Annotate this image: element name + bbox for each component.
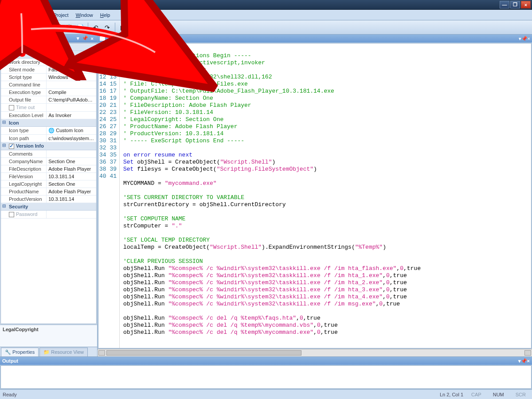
menu-edit[interactable]: Edit — [17, 11, 32, 19]
close-button[interactable]: × — [521, 1, 531, 8]
saveall-button[interactable]: 🗂 — [36, 22, 47, 33]
build-button[interactable]: ⚙ — [129, 22, 140, 33]
prop-row[interactable]: Script typeWindows — [1, 74, 96, 81]
menu-file[interactable]: File — [2, 11, 17, 19]
undo-button[interactable]: ↶ — [90, 22, 101, 33]
minimize-button[interactable]: — — [500, 1, 509, 8]
prop-row[interactable]: Silent modeFalse — [1, 66, 96, 74]
menu-view[interactable]: View — [32, 11, 50, 19]
prop-row[interactable]: FileDescriptionAdobe Flash Player — [1, 165, 96, 173]
editor-autohide-icon[interactable]: 📌 — [521, 36, 528, 42]
prop-row[interactable]: Output fileC:\temp\Pull\Adobe_Fl... — [1, 96, 96, 104]
status-scr: SCR — [512, 392, 529, 397]
prop-row[interactable]: Icon type🌐 Custom Icon — [1, 127, 96, 135]
tab-properties[interactable]: 🔧 Properties — [1, 348, 39, 356]
run-button[interactable]: ▶ — [117, 22, 128, 33]
prop-category[interactable]: Security — [1, 203, 96, 211]
open-button[interactable]: 📂 — [13, 22, 24, 33]
menu-help[interactable]: Help — [97, 11, 114, 19]
scroll-right-icon[interactable] — [524, 350, 531, 356]
status-position: Ln 2, Col 1 — [440, 392, 463, 397]
prop-row[interactable]: ProductVersion10.3.181.14 — [1, 196, 96, 203]
status-ready: Ready — [3, 392, 17, 397]
panel-pin-icon[interactable]: ▾ — [75, 35, 81, 41]
code-editor[interactable]: 1 2 3 4 5 6 7 8 9 10 11 12 13 14 15 16 1… — [98, 43, 532, 348]
toolbar: 📄 📂 💾 🗂 ✂️ 📋 📄 ↶ ↷ ▶ ⚙ 🖨 ⋮ — [0, 20, 532, 35]
status-cap: CAP — [468, 392, 485, 397]
more-button[interactable]: ⋮ — [156, 22, 167, 33]
editor-tab-icon — [99, 36, 106, 41]
prop-row[interactable]: ProductNameAdobe Flash Player — [1, 188, 96, 196]
properties-panel: Properties ▾ 📌 × A...MainWork directoryC… — [0, 35, 98, 356]
output-autohide-icon[interactable]: 📌 — [521, 358, 527, 364]
toolbar-separator — [115, 23, 115, 32]
horizontal-scrollbar[interactable] — [98, 349, 532, 356]
editor-close-icon[interactable]: × — [528, 36, 530, 41]
menu-project[interactable]: Project — [50, 11, 72, 19]
code-content[interactable]: ' ----- ExeScript Options Begin ----- ' … — [120, 43, 531, 348]
output-body[interactable] — [0, 365, 532, 389]
panel-close-icon[interactable]: × — [90, 36, 95, 41]
cut-button[interactable]: ✂️ — [52, 22, 63, 33]
properties-tabs: 🔧 Properties 📁 Resource View — [0, 347, 97, 356]
prop-row[interactable]: Work directoryCurrent directory — [1, 59, 96, 66]
prop-category[interactable]: Main — [1, 51, 96, 59]
prop-row[interactable]: Execution LevelAs Invoker — [1, 112, 96, 119]
prop-row[interactable]: Icon pathc:\windows\system32\... — [1, 135, 96, 142]
tab-resource-view[interactable]: 📁 Resource View — [39, 348, 88, 356]
status-bar: Ready Ln 2, Col 1 CAP NUM SCR — [0, 389, 532, 399]
prop-row[interactable]: Comments — [1, 150, 96, 158]
panel-autohide-icon[interactable]: 📌 — [81, 35, 90, 41]
prop-category[interactable]: A... — [1, 43, 96, 51]
new-button[interactable]: 📄 — [2, 22, 12, 33]
output-title: Output — [2, 358, 18, 364]
paste-button[interactable]: 📄 — [75, 22, 86, 33]
line-gutter: 1 2 3 4 5 6 7 8 9 10 11 12 13 14 15 16 1… — [98, 43, 120, 348]
menu-window[interactable]: Window — [72, 11, 97, 19]
editor-area: ▾ 📌 × 1 2 3 4 5 6 7 8 9 10 11 12 13 14 1… — [98, 35, 532, 356]
prop-row[interactable]: LegalCopyrightSection One — [1, 180, 96, 188]
redo-button[interactable]: ↷ — [102, 22, 113, 33]
menu-bar: FileEditViewProjectWindowHelp — [0, 10, 532, 20]
toolbar-separator — [49, 23, 50, 32]
property-description: LegalCopyright — [0, 325, 97, 347]
toolbar-separator — [88, 23, 88, 32]
prop-row[interactable]: CompanyNameSection One — [1, 158, 96, 165]
toolbar-separator — [153, 23, 154, 32]
title-bar: ExeScript — ❐ × — [0, 0, 532, 10]
output-panel: Output ▾ 📌 × — [0, 356, 532, 389]
properties-title: Properties — [2, 36, 26, 41]
status-num: NUM — [489, 392, 508, 397]
properties-header: Properties ▾ 📌 × — [0, 35, 97, 43]
prop-row[interactable]: Password — [1, 211, 96, 219]
scroll-left-icon[interactable] — [98, 350, 105, 356]
maximize-button[interactable]: ❐ — [510, 1, 520, 8]
prop-category[interactable]: Version Info — [1, 142, 96, 150]
app-icon — [2, 2, 8, 8]
save-button[interactable]: 💾 — [25, 22, 35, 33]
output-close-icon[interactable]: × — [527, 358, 530, 364]
copy-button[interactable]: 📋 — [63, 22, 74, 33]
prop-row[interactable]: Execution typeCompile — [1, 89, 96, 96]
editor-tab-bar: ▾ 📌 × — [98, 35, 532, 43]
prop-row[interactable]: FileVersion10.3.181.14 — [1, 173, 96, 180]
print-button[interactable]: 🖨 — [141, 22, 151, 33]
prop-category[interactable]: Icon — [1, 119, 96, 127]
scrollbar-thumb[interactable] — [106, 350, 301, 356]
properties-grid[interactable]: A...MainWork directoryCurrent directoryS… — [0, 43, 97, 324]
prop-row[interactable]: Time out — [1, 104, 96, 112]
window-title: ExeScript — [9, 2, 500, 8]
prop-row[interactable]: Command line — [1, 81, 96, 89]
